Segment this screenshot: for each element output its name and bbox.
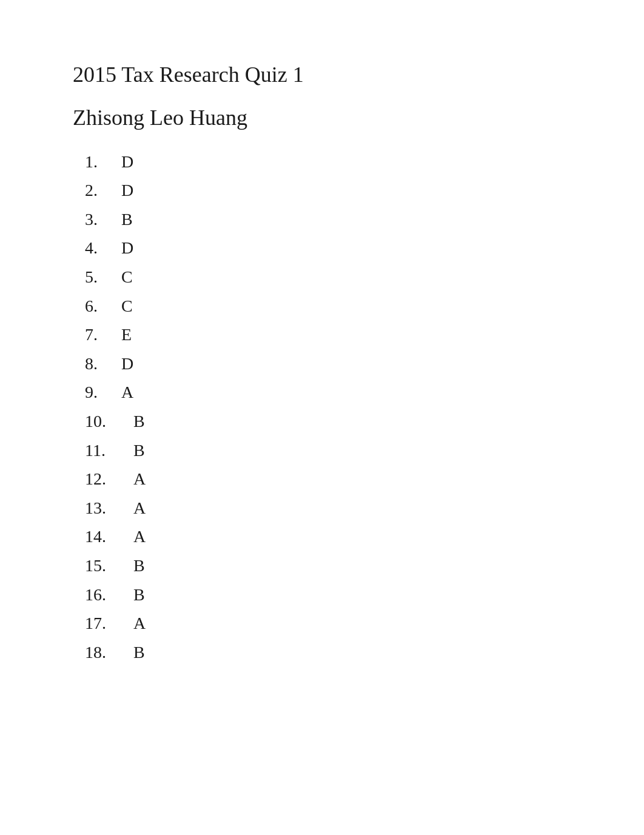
answer-letter: A [133,613,146,634]
answer-number: 8. [85,354,121,374]
answer-number: 15. [85,555,133,576]
answer-item: 4.D [85,238,571,258]
answer-letter: A [121,382,133,403]
answer-item: 8.D [85,354,571,374]
answers-list: 1.D2.D3.B4.D5.C6.C7.E8.D9.A10.B11.B12.A1… [85,152,571,663]
answer-item: 16.B [85,585,571,605]
answer-item: 13.A [85,498,571,518]
answer-number: 5. [85,267,121,287]
answer-letter: B [133,440,145,461]
answer-item: 3.B [85,209,571,230]
answer-number: 13. [85,498,133,518]
answer-letter: E [121,324,132,345]
answer-letter: B [121,209,133,230]
answer-letter: D [121,180,133,201]
answer-number: 16. [85,585,133,605]
answer-item: 10.B [85,411,571,432]
answer-letter: B [133,411,145,432]
answer-letter: B [133,585,145,605]
answer-letter: D [121,238,133,258]
answer-letter: C [121,296,133,317]
answer-item: 12.A [85,469,571,489]
answer-number: 3. [85,209,121,230]
answer-letter: C [121,267,133,287]
answer-letter: D [121,354,133,374]
answer-item: 14.A [85,526,571,547]
answer-number: 4. [85,238,121,258]
answer-item: 15.B [85,555,571,576]
answer-letter: A [133,498,146,518]
answer-item: 18.B [85,642,571,663]
answer-item: 7.E [85,324,571,345]
answer-letter: D [121,152,133,172]
answer-number: 12. [85,469,133,489]
answer-number: 11. [85,440,133,461]
answer-number: 10. [85,411,133,432]
answer-item: 2.D [85,180,571,201]
answer-item: 17.A [85,613,571,634]
answer-letter: B [133,642,145,663]
answer-letter: B [133,555,145,576]
answer-item: 9.A [85,382,571,403]
answer-item: 5.C [85,267,571,287]
answer-number: 2. [85,180,121,201]
author-name: Zhisong Leo Huang [73,104,571,132]
answer-letter: A [133,526,146,547]
answer-item: 11.B [85,440,571,461]
answer-number: 17. [85,613,133,634]
answer-number: 7. [85,324,121,345]
answer-letter: A [133,469,146,489]
page-title: 2015 Tax Research Quiz 1 [73,61,571,89]
answer-number: 1. [85,152,121,172]
answer-number: 6. [85,296,121,317]
answer-number: 14. [85,526,133,547]
answer-item: 1.D [85,152,571,172]
answer-number: 9. [85,382,121,403]
answer-item: 6.C [85,296,571,317]
answer-number: 18. [85,642,133,663]
